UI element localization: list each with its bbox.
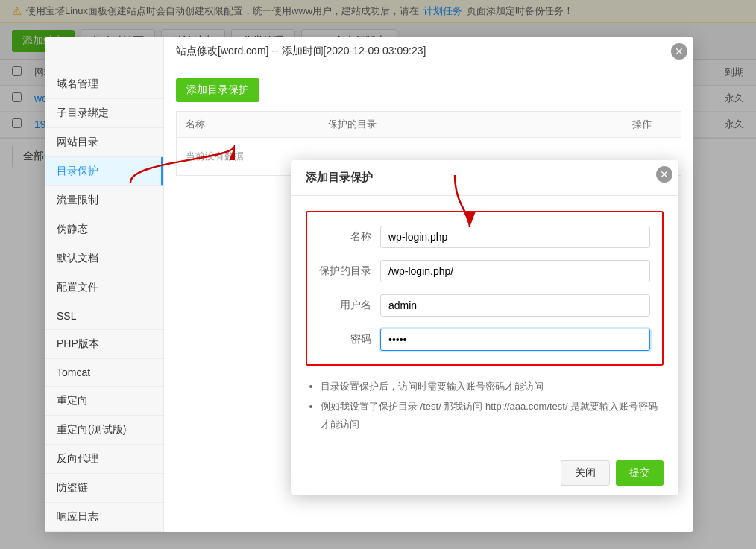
sidebar-item-configfile[interactable]: 配置文件 xyxy=(45,273,163,302)
submit-button[interactable]: 提交 xyxy=(616,460,664,486)
modal2-body: 名称 保护的目录 用户名 密码 目录设置保护后，访问时需要输入账号密码才能访问 … xyxy=(291,196,678,451)
form-row-name: 名称 xyxy=(307,220,662,254)
sidebar-item-ssl[interactable]: SSL xyxy=(45,302,163,330)
modal-title: 站点修改[word.com] -- 添加时间[2020-12-09 03:09:… xyxy=(176,45,426,57)
dir-label: 保护的目录 xyxy=(319,264,371,278)
dir-col-name: 名称 xyxy=(186,118,328,131)
sidebar-item-hotlink[interactable]: 防盗链 xyxy=(45,474,163,503)
sidebar-item-domain[interactable]: 域名管理 xyxy=(45,70,163,99)
sidebar-item-redirect-beta[interactable]: 重定向(测试版) xyxy=(45,416,163,445)
sidebar-item-defaultdoc[interactable]: 默认文档 xyxy=(45,244,163,273)
modal2-close-button[interactable]: ✕ xyxy=(656,166,672,183)
form-row-pwd: 密码 xyxy=(307,323,662,357)
hint-list: 目录设置保护后，访问时需要输入账号密码才能访问 例如我设置了保护目录 /test… xyxy=(306,378,664,433)
name-label: 名称 xyxy=(319,230,371,244)
sidebar-item-subdir[interactable]: 子目录绑定 xyxy=(45,99,163,128)
sidebar-item-redirect[interactable]: 重定向 xyxy=(45,387,163,416)
sidebar-item-tomcat[interactable]: Tomcat xyxy=(45,359,163,387)
name-input[interactable] xyxy=(380,226,650,248)
sidebar-item-traffic[interactable]: 流量限制 xyxy=(45,186,163,215)
add-dir-protect-button[interactable]: 添加目录保护 xyxy=(176,78,259,102)
dir-col-op: 操作 xyxy=(612,118,672,131)
modal2-title: 添加目录保护 xyxy=(306,171,373,183)
hint-1: 目录设置保护后，访问时需要输入账号密码才能访问 xyxy=(321,378,664,395)
modal1-close-button[interactable]: ✕ xyxy=(671,43,687,60)
pwd-input[interactable] xyxy=(380,329,650,351)
modal-sidebar: 域名管理 子目录绑定 网站目录 目录保护 流量限制 伪静态 默认文档 配置文件 … xyxy=(45,37,164,532)
dir-input[interactable] xyxy=(380,260,650,282)
form-row-dir: 保护的目录 xyxy=(307,254,662,288)
modal-header: 站点修改[word.com] -- 添加时间[2020-12-09 03:09:… xyxy=(164,37,693,66)
form-row-user: 用户名 xyxy=(307,288,662,323)
modal2-footer: 关闭 提交 xyxy=(291,451,678,495)
dir-table-header: 名称 保护的目录 操作 xyxy=(176,111,681,138)
sidebar-item-dirprotect[interactable]: 目录保护 xyxy=(45,157,163,186)
form-bordered: 名称 保护的目录 用户名 密码 xyxy=(306,211,664,366)
add-dir-protect-modal: 添加目录保护 ✕ 名称 保护的目录 用户名 密码 目录设置保护后，访问时需要输入… xyxy=(291,160,678,495)
user-label: 用户名 xyxy=(319,299,371,312)
sidebar-item-sitedir[interactable]: 网站目录 xyxy=(45,128,163,157)
hint-2: 例如我设置了保护目录 /test/ 那我访问 http://aaa.com/te… xyxy=(321,398,664,433)
sidebar-item-phpver[interactable]: PHP版本 xyxy=(45,330,163,359)
sidebar-item-pseudostatic[interactable]: 伪静态 xyxy=(45,215,163,244)
pwd-label: 密码 xyxy=(319,333,371,346)
sidebar-item-response-log[interactable]: 响应日志 xyxy=(45,503,163,532)
dir-col-dir: 保护的目录 xyxy=(328,118,612,131)
cancel-button[interactable]: 关闭 xyxy=(561,460,610,486)
modal2-header: 添加目录保护 ✕ xyxy=(291,160,678,196)
sidebar-item-reverse-proxy[interactable]: 反向代理 xyxy=(45,445,163,474)
user-input[interactable] xyxy=(380,294,650,317)
